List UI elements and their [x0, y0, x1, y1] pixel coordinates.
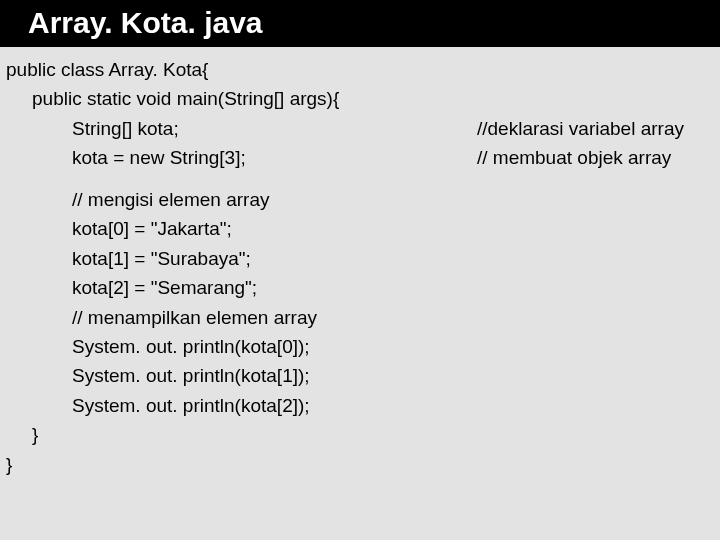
- code-line: }: [6, 450, 714, 479]
- code-line: kota[0] = "Jakarta";: [6, 214, 714, 243]
- code-comment: //deklarasi variabel array: [477, 114, 714, 143]
- code-line: }: [6, 420, 714, 449]
- code-line: System. out. println(kota[1]);: [6, 361, 714, 390]
- code-line: public class Array. Kota{: [6, 55, 714, 84]
- code-line: kota[1] = "Surabaya";: [6, 244, 714, 273]
- blank-line: [6, 173, 714, 185]
- slide-title: Array. Kota. java: [0, 0, 720, 47]
- code-line: // menampilkan elemen array: [6, 303, 714, 332]
- code-line: kota[2] = "Semarang";: [6, 273, 714, 302]
- code-line: System. out. println(kota[2]);: [6, 391, 714, 420]
- code-line: kota = new String[3]; // membuat objek a…: [6, 143, 714, 172]
- slide: Array. Kota. java public class Array. Ko…: [0, 0, 720, 540]
- code-text: kota = new String[3];: [72, 143, 477, 172]
- code-line: // mengisi elemen array: [6, 185, 714, 214]
- code-line: String[] kota; //deklarasi variabel arra…: [6, 114, 714, 143]
- code-line: System. out. println(kota[0]);: [6, 332, 714, 361]
- code-text: String[] kota;: [72, 114, 477, 143]
- code-block: public class Array. Kota{ public static …: [0, 47, 720, 479]
- code-comment: // membuat objek array: [477, 143, 714, 172]
- code-line: public static void main(String[] args){: [6, 84, 714, 113]
